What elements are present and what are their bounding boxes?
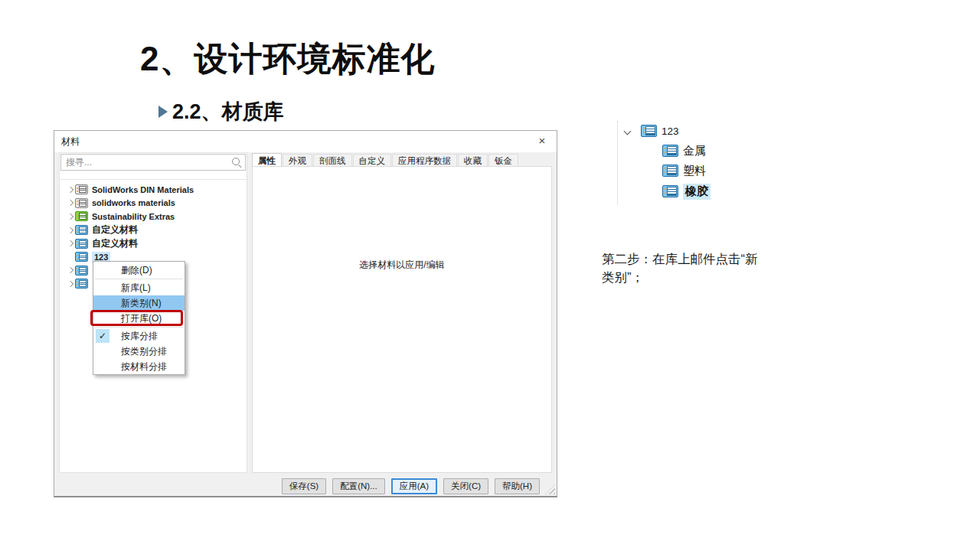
step-note-line2: 类别”； (602, 268, 801, 286)
menu-separator (95, 327, 183, 328)
library-icon-gray (75, 184, 88, 194)
library-icon-blue (75, 239, 88, 249)
search-box (60, 154, 246, 171)
mini-tree-row-metal[interactable]: 金属 (662, 142, 706, 159)
tab-properties[interactable]: 属性 (252, 153, 282, 167)
menu-item-sort-by-library[interactable]: ✓ 按库分排 (93, 328, 185, 344)
tab-application-data[interactable]: 应用程序数据 (392, 154, 457, 167)
library-icon-blue (662, 145, 678, 157)
tree-row-solidworks-din-materials[interactable]: SolidWorks DIN Materials (60, 183, 247, 197)
apply-button[interactable]: 应用(A) (391, 478, 437, 494)
library-icon-gray (75, 198, 88, 208)
menu-item-sort-by-category[interactable]: 按类别分排 (93, 344, 185, 359)
tab-appearance[interactable]: 外观 (283, 154, 312, 167)
tab-sheet-metal[interactable]: 钣金 (488, 154, 518, 167)
tab-crosshatch[interactable]: 剖面线 (313, 154, 352, 167)
context-menu: 删除(D) 新库(L) 新类别(N) 打开库(O) ✓ 按库分排 按类别分排 按… (93, 261, 185, 375)
empty-state-message: 选择材料以应用/编辑 (253, 259, 551, 272)
library-icon-green (75, 211, 88, 221)
expander-icon[interactable] (66, 279, 75, 289)
expander-icon[interactable] (66, 185, 75, 194)
menu-separator (95, 279, 183, 279)
mini-tree-label: 123 (662, 126, 679, 137)
search-input[interactable] (61, 155, 245, 170)
save-button[interactable]: 保存(S) (282, 478, 326, 494)
expander-icon[interactable] (66, 226, 75, 235)
mini-tree-label: 橡胶 (683, 184, 710, 200)
library-icon-blue (641, 125, 657, 137)
library-icon-blue (75, 252, 88, 262)
library-icon-blue (662, 165, 678, 177)
tree-row-label: Sustainability Extras (92, 212, 175, 221)
close-button[interactable]: 关闭(C) (443, 478, 488, 494)
bullet-triangle-icon (158, 106, 168, 118)
subtitle: 2.2、材质库 (172, 98, 284, 126)
tree-row-custom-materials-2[interactable]: 自定义材料 (60, 236, 247, 250)
tree-row-custom-materials-1[interactable]: 自定义材料 (60, 223, 247, 237)
presentation-slide: 2、设计环境标准化 2.2、材质库 第二步：在库上邮件点击“新 类别”； 材料 … (0, 0, 980, 551)
step-note: 第二步：在库上邮件点击“新 类别”； (602, 249, 801, 286)
expander-spacer (66, 253, 75, 262)
config-button[interactable]: 配置(N)... (332, 478, 385, 494)
expander-icon[interactable] (66, 198, 75, 207)
resize-grip[interactable] (545, 484, 555, 494)
library-icon-blue (75, 225, 88, 235)
mini-tree-label: 塑料 (683, 164, 706, 178)
properties-tabbar: 属性 外观 剖面线 自定义 应用程序数据 收藏 钣金 (252, 153, 519, 167)
close-icon[interactable]: × (535, 134, 549, 147)
tab-custom[interactable]: 自定义 (353, 154, 392, 167)
page-title: 2、设计环境标准化 (140, 37, 435, 82)
checkmark-icon: ✓ (96, 329, 109, 343)
expander-icon[interactable] (66, 212, 75, 221)
dialog-title: 材料 (61, 135, 80, 148)
menu-item-new-library[interactable]: 新库(L) (93, 280, 185, 295)
tree-row-label: 自定义材料 (92, 237, 138, 250)
tree-row-label: 自定义材料 (92, 223, 138, 236)
mini-tree-row-rubber[interactable]: 橡胶 (662, 183, 710, 200)
menu-item-open-library[interactable]: 打开库(O) (93, 311, 185, 326)
tree-row-sustainability-extras[interactable]: Sustainability Extras (60, 210, 247, 223)
menu-item-label: 按库分排 (121, 331, 158, 341)
search-icon (232, 158, 242, 168)
dialog-titlebar: 材料 × (54, 131, 557, 152)
tab-favorites[interactable]: 收藏 (458, 154, 488, 167)
dialog-footer-buttons: 保存(S) 配置(N)... 应用(A) 关闭(C) 帮助(H) (282, 478, 540, 494)
library-icon-blue (75, 279, 88, 289)
search-separator (60, 179, 247, 180)
chevron-down-icon[interactable] (624, 127, 632, 135)
category-result-tree: 123 金属 塑料 橡胶 (617, 121, 778, 205)
step-note-line1: 第二步：在库上邮件点击“新 (602, 249, 801, 268)
menu-item-new-category[interactable]: 新类别(N) (93, 295, 185, 311)
expander-icon[interactable] (66, 266, 75, 275)
tree-row-label: solidworks materials (92, 198, 175, 207)
mini-tree-row-123[interactable]: 123 (624, 122, 679, 139)
materials-dialog: 材料 × SolidWorks DIN Materials solidworks (54, 130, 557, 497)
mini-tree-row-plastic[interactable]: 塑料 (662, 162, 706, 179)
menu-item-delete[interactable]: 删除(D) (93, 262, 185, 278)
menu-item-sort-by-material[interactable]: 按材料分排 (93, 359, 185, 374)
expander-icon[interactable] (66, 239, 75, 248)
library-icon-blue (662, 185, 678, 197)
tab-content-panel: 选择材料以应用/编辑 (252, 166, 552, 473)
tree-row-solidworks-materials[interactable]: solidworks materials (60, 197, 247, 210)
subtitle-row: 2.2、材质库 (158, 98, 284, 126)
tree-row-label: SolidWorks DIN Materials (92, 185, 194, 194)
library-icon-blue (75, 266, 88, 276)
mini-tree-label: 金属 (683, 144, 706, 158)
help-button[interactable]: 帮助(H) (495, 478, 540, 494)
